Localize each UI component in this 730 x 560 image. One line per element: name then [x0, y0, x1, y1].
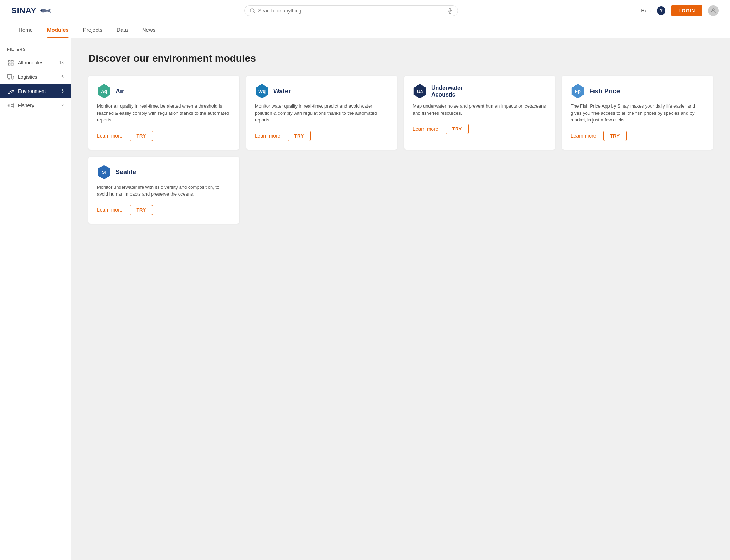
air-module-name: Air [115, 88, 124, 95]
module-card-underwater-acoustic: Ua UnderwaterAcoustic Map underwater noi… [404, 76, 555, 150]
air-icon-label: Aq [101, 89, 107, 94]
air-try-button[interactable]: TRY [130, 131, 153, 141]
user-avatar[interactable] [708, 5, 719, 16]
svg-point-1 [250, 9, 254, 12]
svg-point-15 [9, 105, 10, 106]
search-input[interactable] [258, 8, 444, 14]
svg-point-6 [712, 9, 714, 11]
leaf-icon [7, 88, 14, 95]
sidebar-item-all-modules-left: All modules [7, 59, 43, 66]
nav-item-modules[interactable]: Modules [40, 21, 76, 38]
ua-module-name: UnderwaterAcoustic [431, 84, 463, 98]
module-card-sealife-header: Sl Sealife [97, 165, 231, 180]
modules-grid-row2: Sl Sealife Monitor underwater life with … [88, 157, 713, 224]
sealife-module-desc: Monitor underwater life with its diversi… [97, 184, 231, 198]
water-module-actions: Learn more TRY [255, 131, 389, 141]
ua-icon-label: Ua [417, 89, 423, 94]
svg-rect-10 [11, 63, 13, 65]
water-icon-label: Wq [258, 89, 266, 94]
fp-module-name: Fish Price [589, 88, 620, 95]
sidebar-item-fishery-left: Fishery [7, 102, 34, 109]
help-icon[interactable]: ? [657, 6, 665, 15]
module-card-fp-header: Fp Fish Price [571, 84, 704, 98]
svg-marker-12 [12, 76, 14, 78]
ua-learn-more[interactable]: Learn more [413, 126, 438, 132]
header: SINAY Help ? LOGIN [0, 0, 730, 21]
main-nav: Home Modules Projects Data News [0, 21, 730, 38]
page-title: Discover our environment modules [88, 53, 713, 64]
nav-item-projects[interactable]: Projects [76, 21, 109, 38]
sidebar-count-fishery: 2 [61, 103, 64, 108]
water-module-icon: Wq [255, 84, 269, 98]
sidebar-title: FILTERS [0, 47, 71, 56]
module-card-air: Aq Air Monitor air quality in real-time,… [88, 76, 239, 150]
svg-point-14 [12, 78, 13, 79]
sealife-module-actions: Learn more TRY [97, 205, 231, 215]
air-learn-more[interactable]: Learn more [97, 133, 123, 139]
nav-item-data[interactable]: Data [109, 21, 135, 38]
svg-rect-3 [449, 8, 451, 11]
water-module-desc: Monitor water quality in real-time, pred… [255, 103, 389, 124]
fp-try-button[interactable]: TRY [603, 131, 627, 141]
sealife-learn-more[interactable]: Learn more [97, 207, 123, 213]
sidebar-label-all-modules: All modules [18, 60, 43, 66]
ua-try-button[interactable]: TRY [446, 124, 469, 134]
search-icon [250, 8, 255, 14]
sidebar-count-logistics: 6 [61, 74, 64, 79]
sidebar-item-logistics[interactable]: Logistics 6 [0, 70, 71, 84]
fp-icon-label: Fp [575, 89, 581, 94]
modules-grid-row1: Aq Air Monitor air quality in real-time,… [88, 76, 713, 150]
sealife-module-icon: Sl [97, 165, 111, 180]
water-try-button[interactable]: TRY [288, 131, 311, 141]
ua-module-desc: Map underwater noise and prevent human i… [413, 103, 546, 116]
svg-line-2 [253, 12, 255, 13]
svg-point-13 [8, 78, 10, 79]
fish-icon [7, 102, 14, 109]
search-bar [244, 5, 458, 16]
sidebar-label-environment: Environment [18, 88, 46, 94]
header-right: Help ? LOGIN [641, 5, 719, 16]
air-module-desc: Monitor air quality in real-time, be ale… [97, 103, 231, 124]
water-module-name: Water [273, 88, 291, 95]
sealife-module-name: Sealife [115, 168, 136, 176]
module-card-water-header: Wq Water [255, 84, 389, 98]
module-card-sealife: Sl Sealife Monitor underwater life with … [88, 157, 239, 224]
sidebar-item-logistics-left: Logistics [7, 73, 37, 81]
logo-text: SINAY [11, 6, 36, 15]
main-layout: FILTERS All modules 13 [0, 38, 730, 560]
module-card-air-header: Aq Air [97, 84, 231, 98]
water-learn-more[interactable]: Learn more [255, 133, 281, 139]
logo[interactable]: SINAY [11, 6, 61, 15]
sealife-try-button[interactable]: TRY [130, 205, 153, 215]
fp-module-icon: Fp [571, 84, 585, 98]
grid-icon [7, 59, 14, 66]
logo-fish-icon [38, 7, 51, 15]
ua-module-actions: Learn more TRY [413, 124, 546, 134]
sidebar-item-environment-left: Environment [7, 88, 46, 95]
sidebar: FILTERS All modules 13 [0, 38, 71, 560]
svg-rect-9 [8, 63, 10, 65]
module-card-fish-price: Fp Fish Price The Fish Price App by Sina… [562, 76, 713, 150]
nav-item-news[interactable]: News [135, 21, 163, 38]
svg-rect-7 [8, 60, 10, 62]
sidebar-item-all-modules[interactable]: All modules 13 [0, 56, 71, 70]
sidebar-label-logistics: Logistics [18, 74, 37, 80]
main-content: Discover our environment modules Aq Air … [71, 38, 730, 560]
air-module-icon: Aq [97, 84, 111, 98]
fp-learn-more[interactable]: Learn more [571, 133, 596, 139]
help-text: Help [641, 8, 651, 14]
sidebar-item-fishery[interactable]: Fishery 2 [0, 98, 71, 113]
fp-module-desc: The Fish Price App by Sinay makes your d… [571, 103, 704, 124]
login-button[interactable]: LOGIN [671, 5, 702, 16]
svg-rect-11 [8, 74, 12, 78]
svg-point-0 [41, 10, 42, 11]
module-card-water: Wq Water Monitor water quality in real-t… [246, 76, 397, 150]
user-icon [710, 7, 716, 14]
sidebar-item-environment[interactable]: Environment 5 [0, 84, 71, 98]
sealife-icon-label: Sl [102, 170, 106, 175]
nav-item-home[interactable]: Home [11, 21, 40, 38]
microphone-icon[interactable] [447, 8, 453, 14]
sidebar-count-all-modules: 13 [59, 60, 64, 65]
air-module-actions: Learn more TRY [97, 131, 231, 141]
ua-module-icon: Ua [413, 84, 427, 98]
